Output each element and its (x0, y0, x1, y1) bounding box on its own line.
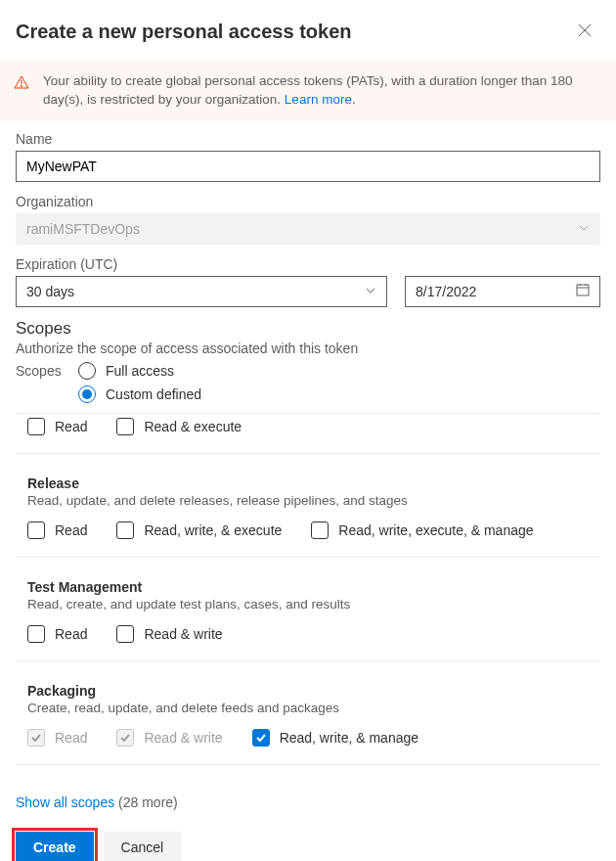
scope-group-desc: Read, update, and delete releases, relea… (27, 493, 589, 508)
scope-permission-label: Read (55, 419, 87, 434)
scopes-sub: Authorize the scope of access associated… (16, 340, 600, 356)
scope-permission-label: Read (55, 730, 87, 746)
scope-group-release: ReleaseRead, update, and delete releases… (16, 454, 600, 558)
close-button[interactable] (569, 16, 600, 47)
chevron-down-icon (365, 284, 376, 299)
scope-permission[interactable]: Read, write, execute, & manage (311, 521, 533, 539)
expiration-preset-value: 30 days (26, 284, 74, 299)
close-icon (578, 23, 592, 40)
checkbox[interactable] (116, 625, 134, 643)
checkbox[interactable] (311, 521, 329, 539)
show-all-scopes-link[interactable]: Show all scopes (16, 794, 114, 810)
scope-group-title: Test Management (27, 579, 589, 595)
scope-permission-label: Read, write, & manage (280, 730, 418, 746)
scope-group-packaging: PackagingCreate, read, update, and delet… (16, 661, 600, 765)
radio-custom-defined-label[interactable]: Custom defined (106, 386, 201, 402)
scope-permission: Read & write (116, 729, 222, 747)
scope-group-desc: Read, create, and update test plans, cas… (27, 597, 589, 612)
scopes-radio-label: Scopes (16, 363, 68, 379)
scope-permission[interactable]: Read & execute (116, 418, 242, 435)
checkbox (116, 729, 134, 747)
scope-permission-label: Read, write, & execute (144, 522, 282, 538)
expiration-date-value: 8/17/2022 (416, 284, 476, 299)
learn-more-link[interactable]: Learn more (285, 92, 352, 107)
organization-select[interactable]: ramiMSFTDevOps (16, 213, 600, 245)
scope-permission-label: Read & write (144, 730, 222, 746)
radio-custom-defined[interactable] (78, 385, 96, 403)
radio-full-access[interactable] (78, 362, 96, 380)
scope-permission-label: Read (55, 626, 87, 642)
organization-label: Organization (16, 194, 600, 209)
name-label: Name (16, 131, 600, 147)
expiration-preset-select[interactable]: 30 days (16, 276, 387, 307)
scopes-heading: Scopes (16, 319, 600, 339)
checkbox[interactable] (252, 729, 270, 747)
expiration-date-input[interactable]: 8/17/2022 (405, 276, 600, 307)
scope-permission-label: Read & execute (144, 419, 242, 434)
warning-dot: . (352, 92, 356, 107)
radio-full-access-label[interactable]: Full access (106, 363, 174, 379)
scope-permission[interactable]: Read, write, & execute (116, 521, 282, 539)
scope-permission[interactable]: Read, write, & manage (252, 729, 418, 747)
scope-permission[interactable]: Read & write (116, 625, 222, 643)
checkbox[interactable] (27, 418, 45, 435)
scope-group-title: Release (27, 476, 589, 491)
scope-group-title: Packaging (27, 683, 589, 699)
warning-icon (14, 74, 29, 110)
scope-permission[interactable]: Read (27, 625, 87, 643)
checkbox[interactable] (27, 521, 45, 539)
organization-value: ramiMSFTDevOps (26, 221, 140, 237)
checkbox[interactable] (116, 418, 134, 435)
calendar-icon (576, 283, 590, 299)
checkbox (27, 729, 45, 747)
scope-permission[interactable]: Read (27, 418, 87, 435)
scope-group-test: Test ManagementRead, create, and update … (16, 558, 600, 661)
scope-permission-label: Read (55, 522, 87, 538)
warning-banner: Your ability to create global personal a… (0, 61, 616, 121)
checkbox[interactable] (27, 625, 45, 643)
scope-permission[interactable]: Read (27, 521, 87, 539)
expiration-label: Expiration (UTC) (16, 256, 600, 272)
cancel-button[interactable]: Cancel (104, 832, 182, 861)
svg-rect-1 (577, 285, 589, 295)
scope-permission-label: Read & write (144, 626, 222, 642)
scope-permission-label: Read, write, execute, & manage (338, 522, 533, 538)
scopes-scroll-area[interactable]: ReadRead & executeReleaseRead, update, a… (16, 413, 600, 777)
scope-group-partial-top: ReadRead & execute (16, 414, 600, 454)
checkbox[interactable] (116, 521, 134, 539)
create-button[interactable]: Create (16, 832, 94, 861)
chevron-down-icon (578, 221, 590, 237)
name-input[interactable] (16, 151, 600, 182)
scope-permission: Read (27, 729, 87, 747)
scope-group-desc: Create, read, update, and delete feeds a… (27, 701, 589, 715)
svg-point-0 (22, 86, 22, 87)
show-all-scopes-count: (28 more) (118, 794, 178, 810)
dialog-title: Create a new personal access token (16, 21, 352, 43)
